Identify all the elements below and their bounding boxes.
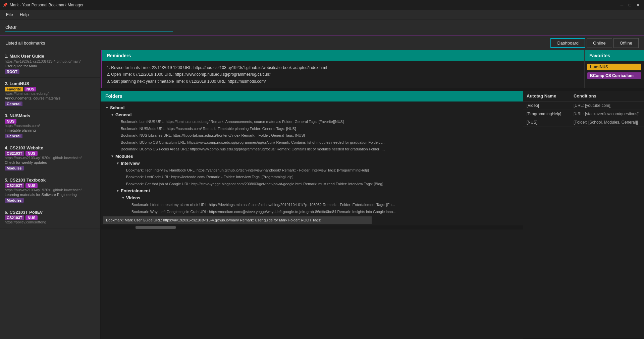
bookmark-title: 6. CS2103T PollEv [5,210,96,215]
list-item[interactable]: 5. CS2103 Textbook CS2103T NUS https://n… [0,174,100,206]
autotag-col2: Conditions [570,91,600,101]
bookmark-row[interactable]: Bookmark: NUSMods URL: https://nusmods.c… [119,125,388,132]
subfolder-interview: ▼ Interview Bookmark: Tech Interview Han… [114,160,520,188]
tag-modules: Modules [5,166,24,171]
favorites-content: LumiNUS BComp CS Curriculum [585,61,644,82]
bookmark-desc: Announcements, course materials [5,96,96,100]
favorites-header: Favorites [585,50,644,61]
bookmark-url: https://nus-cs2103-ay1920s1.github.io/we… [5,188,95,192]
bookmark-row[interactable]: Bookmark: NUS Libraries URL: https://lib… [119,132,388,139]
autotag-col1: Autotag Name [523,91,570,101]
menu-help[interactable]: Help [16,11,32,18]
autotag-name: [Video] [523,101,570,110]
close-button[interactable]: ✕ [635,2,641,8]
tag-root: ROOT [5,69,19,74]
bookmark-row[interactable]: Bookmark: Why I left Google to join Grab… [130,208,398,215]
bookmark-desc: Check for weekly updates [5,160,96,164]
autotag-row: [NUS] [Folder: [School, Modules, General… [523,118,644,127]
folder-school: ▼ School ▼ General Bookmark: LumiNUS URL… [101,103,523,216]
folder-general-name: General [115,112,131,117]
autotag-panel: Autotag Name Conditions [Video] [URL: [y… [523,91,644,339]
status-bar: Listed all bookmarks Dashboard Online Of… [0,36,644,50]
bookmark-title: 1. Mark User Guide [5,54,96,59]
subfolder-modules: ▼ Modules ▼ Interview Bookmark: Tech Int… [109,153,520,215]
tag-cs2103t: CS2103T [5,183,24,188]
right-panel: Reminders 1. Revise for finals Time: 22/… [101,50,644,339]
reminder-item: 1. Revise for finals Time: 22/11/2019 12… [107,64,580,71]
divider [101,88,644,91]
menu-bar: File Help [0,10,644,19]
autotag-condition: [URL: [stackoverflow.com/questions]] [570,110,643,118]
tag-nus: NUS [25,183,37,188]
bookmark-row[interactable]: Bookmark: I tried to reset my alarm cloc… [130,201,398,208]
tag-cs2103t: CS2103T [5,151,24,156]
list-item[interactable]: 3. NUSMods NUS https://nusmods.com/ Time… [0,110,100,142]
bookmark-desc: Learning materials for Software Engineer… [5,193,96,197]
reminders-content: 1. Revise for finals Time: 22/11/2019 12… [102,61,584,88]
folder-interview-label[interactable]: ▼ Interview [114,160,520,167]
bookmark-row[interactable]: Bookmark: LumiNUS URL: https://luminus.n… [119,118,388,125]
subfolder-entertainment: ▼ Entertainment ▼ Videos Bookmark: [114,187,520,215]
tag-nus: NUS [24,87,36,91]
folder-school-name: School [110,105,124,110]
status-text: Listed all bookmarks [5,41,45,46]
app-icon: 📌 [3,3,8,7]
tag-cs2103t: CS2103T [5,215,24,220]
menu-file[interactable]: File [3,11,16,18]
bookmark-row[interactable]: Bookmark: BComp CS Curriculum URL: https… [119,139,388,146]
bookmark-row[interactable]: Bookmark: Tech Interview Handbook URL: h… [125,167,393,174]
bookmark-row[interactable]: Bookmark: Get that job at Google URL: ht… [125,181,393,188]
subfolder-videos: ▼ Videos Bookmark: I tried to reset my a… [119,194,520,215]
favorite-luminus[interactable]: LumiNUS [587,64,641,70]
folder-modules-label[interactable]: ▼ Modules [109,153,520,160]
bookmark-tags: CS2103T NUS [5,215,96,220]
tab-dashboard[interactable]: Dashboard [550,38,585,48]
subfolder-general: ▼ General Bookmark: LumiNUS URL: https:/… [109,111,520,153]
top-panels: Reminders 1. Revise for finals Time: 22/… [101,50,644,88]
bookmark-sidebar: 1. Mark User Guide https://ay1920s1-cs21… [0,50,101,339]
list-item[interactable]: 6. CS2103T PollEv CS2103T NUS https://po… [0,206,100,228]
chevron-down-icon: ▼ [121,196,125,200]
bookmark-title: 3. NUSMods [5,113,96,118]
chevron-down-icon: ▼ [105,106,109,110]
tag-nus: NUS [25,151,37,156]
bookmark-tags: Favorite NUS [5,87,96,91]
main-area: 1. Mark User Guide https://ay1920s1-cs21… [0,50,644,339]
folder-entertainment-label[interactable]: ▼ Entertainment [114,187,520,194]
scrollbar-thumb[interactable] [136,226,176,229]
bookmark-row-selected[interactable]: Bookmark: Mark User Guide URL: https://a… [103,216,372,224]
folder-interview-name: Interview [121,161,140,166]
folders-content: ▼ School ▼ General Bookmark: LumiNUS URL… [101,101,523,225]
reminders-panel: Reminders 1. Revise for finals Time: 22/… [101,50,584,88]
title-bar: 📌 Mark - Your Personal Bookmark Manager … [0,0,644,10]
reminders-header: Reminders [102,50,584,61]
minimize-button[interactable]: ─ [619,2,625,8]
tag-nus: NUS [5,119,16,124]
autotag-header: Autotag Name Conditions [523,91,644,101]
horizontal-scrollbar[interactable] [101,225,523,229]
folder-videos-label[interactable]: ▼ Videos [119,194,520,201]
autotag-scrollbar[interactable] [523,338,644,339]
favorite-bcomp[interactable]: BComp CS Curriculum [587,72,641,79]
bookmark-desc: User guide for Mark [5,64,96,68]
list-item[interactable]: 2. LumiNUS Favorite NUS https://luminus.… [0,78,100,110]
folder-school-label[interactable]: ▼ School [103,104,520,111]
maximize-button[interactable]: □ [627,2,633,8]
autotag-condition: [Folder: [School, Modules, General]] [570,118,641,126]
folder-general-label[interactable]: ▼ General [109,111,520,118]
tab-online[interactable]: Online [587,38,612,48]
bookmark-tags: NUS [5,119,96,124]
chevron-down-icon: ▼ [111,154,114,158]
folders-panel: Folders ▼ School ▼ General [101,91,523,339]
tag-favorite: Favorite [5,87,23,91]
list-item[interactable]: 1. Mark User Guide https://ay1920s1-cs21… [0,50,100,78]
autotag-row: [ProgrammingHelp] [URL: [stackoverflow.c… [523,110,644,118]
bookmark-row[interactable]: Bookmark: LeetCode URL: https://leetcode… [125,174,393,181]
bookmark-row[interactable]: Bookmark: BComp CS Focus Areas URL: http… [119,146,388,153]
search-bar [0,19,644,36]
list-item[interactable]: 4. CS2103 Website CS2103T NUS https://nu… [0,142,100,174]
search-input[interactable] [5,23,173,31]
bookmark-tags: CS2103T NUS [5,151,96,156]
view-tabs: Dashboard Online Offline [550,38,639,48]
tab-offline[interactable]: Offline [613,38,639,48]
